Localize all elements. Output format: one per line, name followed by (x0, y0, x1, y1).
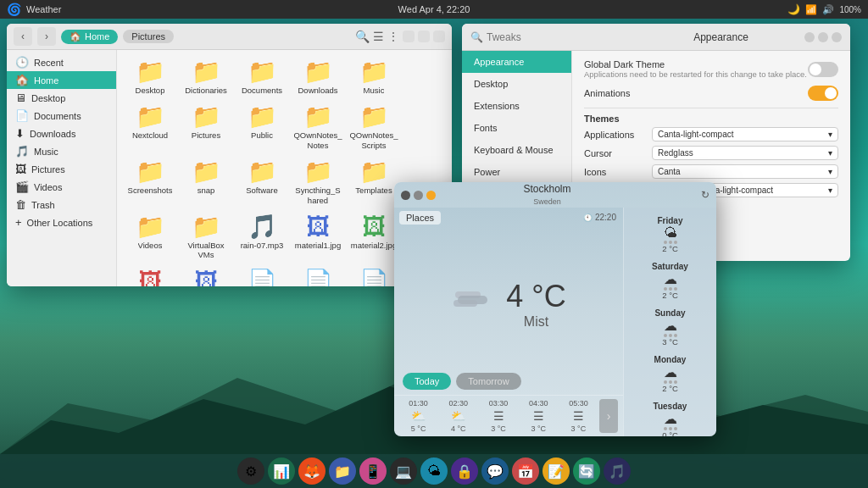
tomorrow-tab[interactable]: Tomorrow (456, 373, 520, 390)
refresh-icon[interactable]: ↻ (701, 189, 709, 201)
icons-select[interactable]: Canta ▾ (652, 164, 838, 179)
system-icon[interactable]: ⚙ (237, 458, 264, 485)
pictures-breadcrumb[interactable]: Pictures (123, 30, 174, 43)
syncthing-icon[interactable]: 🔄 (573, 458, 600, 485)
list-item[interactable]: 📁 Syncthing_Shared (292, 157, 344, 208)
weather-win-close[interactable] (426, 191, 436, 200)
chat-icon[interactable]: 💬 (481, 458, 509, 485)
forward-button[interactable]: › (37, 27, 56, 46)
list-view-button[interactable]: ☰ (373, 30, 384, 43)
app-menu-icon[interactable]: 🌀 (7, 3, 21, 16)
list-item[interactable]: 📁 Desktop (124, 57, 176, 98)
list-item[interactable]: 📁 Public (236, 102, 288, 153)
list-item[interactable]: 📄 neverputt.log (348, 267, 400, 286)
list-item[interactable]: 📁 Dictionaries (180, 57, 232, 98)
home-breadcrumb[interactable]: 🏠 Home (61, 30, 118, 44)
tweaks-sidebar-fonts[interactable]: Fonts (462, 117, 571, 139)
list-item[interactable]: 🖼 material1.jpg (292, 212, 344, 263)
tweaks-win-maximize[interactable] (818, 32, 828, 42)
list-item[interactable]: 📄 package-lock.json (236, 267, 288, 286)
pictures-icon: 🖼 (15, 163, 26, 175)
calendar-icon[interactable]: 📅 (512, 458, 539, 485)
weather2-icon[interactable]: 🌤 (420, 458, 448, 485)
sidebar-item-documents[interactable]: 📄 Documents (7, 107, 116, 125)
places-button[interactable]: Places (399, 211, 441, 225)
monitor-icon[interactable]: 📊 (268, 458, 295, 485)
notes-icon[interactable]: 📝 (542, 458, 570, 485)
list-item[interactable]: 📁 snap (180, 157, 232, 208)
list-item[interactable]: 📄 neverballrc (292, 267, 344, 286)
list-item[interactable]: 🎵 rain-07.mp3 (236, 212, 288, 263)
sidebar-item-other-locations[interactable]: + Other Locations (7, 214, 116, 231)
topbar: 🌀 Weather Wed Apr 4, 22:20 🌙 📶 🔊 100% (0, 0, 868, 19)
global-dark-toggle[interactable] (808, 62, 838, 77)
music-icon[interactable]: 🎵 (604, 458, 631, 485)
sidebar-item-trash[interactable]: 🗑 Trash (7, 196, 116, 214)
today-tab[interactable]: Today (403, 373, 451, 390)
weather-time: 🕙 22:20 (583, 213, 616, 222)
weather-win-controls (401, 191, 436, 200)
applications-select[interactable]: Canta-light-compact ▾ (652, 127, 838, 141)
animations-toggle[interactable] (808, 86, 838, 101)
list-item[interactable]: 📁 QOwnNotes_Scripts (348, 102, 400, 153)
themes-title: Themes (584, 114, 838, 124)
sidebar-item-music[interactable]: 🎵 Music (7, 142, 116, 160)
file-name: Nextcloud (132, 130, 168, 140)
file-name: Screenshots (128, 186, 173, 195)
tweaks-sidebar-appearance[interactable]: Appearance (462, 51, 571, 73)
tweaks-win-minimize[interactable] (804, 32, 815, 42)
cursor-select[interactable]: Redglass ▾ (652, 146, 838, 160)
topbar-datetime: Wed Apr 4, 22:20 (398, 4, 470, 14)
weather-app-label[interactable]: Weather (26, 4, 61, 14)
file-name: Pictures (192, 130, 220, 140)
list-item[interactable]: 📁 Nextcloud (124, 102, 176, 153)
tweaks-search-input[interactable] (487, 31, 537, 43)
win-close[interactable] (433, 30, 445, 42)
volume-icon: 🔊 (822, 4, 834, 15)
weather-win-maximize[interactable] (414, 191, 423, 200)
files-icon[interactable]: 📁 (329, 458, 356, 485)
weather-next-button[interactable]: › (599, 399, 618, 433)
sidebar-item-videos[interactable]: 🎬 Videos (7, 178, 116, 196)
list-item[interactable]: 📁 Videos (124, 212, 176, 263)
tweaks-sidebar-extensions[interactable]: Extensions (462, 95, 571, 117)
list-item[interactable]: 📁 Software (236, 157, 288, 208)
list-item[interactable]: 🖼 material2.jpg (348, 212, 400, 263)
tweaks-sidebar-desktop[interactable]: Desktop (462, 73, 571, 95)
list-item[interactable]: 📁 Music (348, 57, 400, 98)
list-item[interactable]: 📁 VirtualBox VMs (180, 212, 232, 263)
browser-icon[interactable]: 🦊 (298, 458, 326, 485)
terminal-icon[interactable]: 📱 (359, 458, 387, 485)
file-icon: 📁 (248, 105, 277, 129)
forecast-item: Friday 🌤 2 °C (627, 213, 713, 257)
sidebar-item-downloads[interactable]: ⬇ Downloads (7, 125, 116, 142)
list-item[interactable]: 📁 Downloads (292, 57, 344, 98)
win-minimize[interactable] (403, 30, 415, 42)
list-item[interactable]: 🖼 material4.jpg (180, 267, 232, 286)
list-item[interactable]: 📁 Pictures (180, 102, 232, 153)
tweaks-sidebar-power[interactable]: Power (462, 161, 571, 183)
list-item[interactable]: 📁 Screenshots (124, 157, 176, 208)
tweaks-sidebar-keyboard[interactable]: Keyboard & Mouse (462, 139, 571, 161)
sidebar-item-pictures[interactable]: 🖼 Pictures (7, 160, 116, 178)
win-maximize[interactable] (418, 30, 430, 42)
back-button[interactable]: ‹ (14, 27, 32, 46)
weather-win-minimize[interactable] (401, 191, 410, 200)
hour-icon: ☰ (533, 409, 544, 423)
file-icon: 📁 (192, 215, 221, 239)
file-manager-nav: ‹ › 🏠 Home Pictures 🔍 ☰ ⋮ (7, 24, 452, 50)
dropdown-icon: ▾ (828, 186, 832, 195)
sidebar-item-desktop[interactable]: 🖥 Desktop (7, 89, 116, 107)
search-button[interactable]: 🔍 (355, 30, 370, 43)
list-item[interactable]: 📁 Documents (236, 57, 288, 98)
vpn-icon[interactable]: 🔒 (451, 458, 478, 485)
list-item[interactable]: 📁 Templates (348, 157, 400, 208)
code-icon[interactable]: 💻 (390, 458, 417, 485)
hour-icon: ☰ (573, 409, 584, 423)
list-item[interactable]: 📁 QOwnNotes_Notes (292, 102, 344, 153)
tweaks-win-close[interactable] (832, 32, 842, 42)
sidebar-item-home[interactable]: 🏠 Home (7, 71, 116, 89)
menu-button[interactable]: ⋮ (387, 30, 399, 43)
sidebar-item-recent[interactable]: 🕒 Recent (7, 53, 116, 71)
list-item[interactable]: 🖼 material3NEW.png (124, 267, 176, 286)
